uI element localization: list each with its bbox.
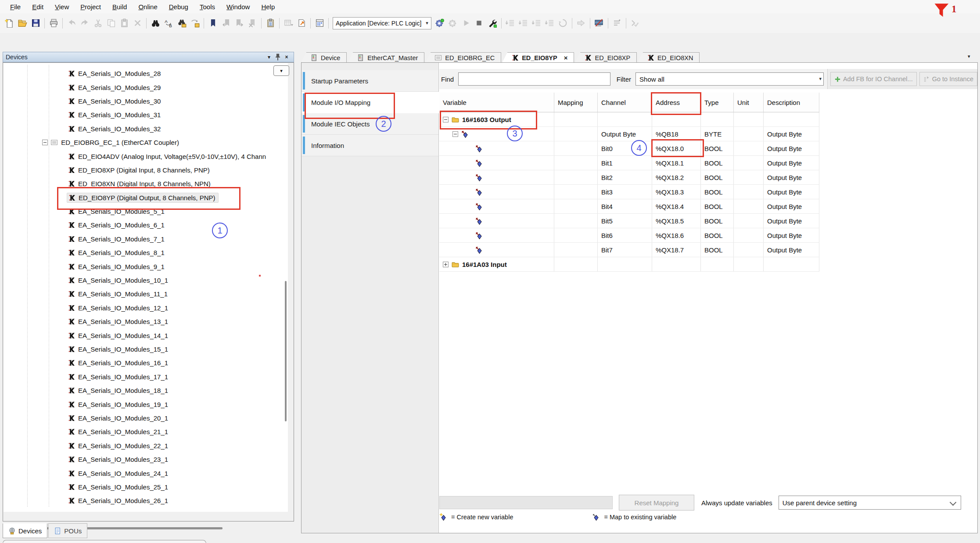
replace-in-project-icon[interactable] <box>188 17 201 30</box>
tree-dropdown-button[interactable]: ▾ <box>273 65 289 76</box>
new-file-icon[interactable] <box>3 17 16 30</box>
display-mode-icon[interactable] <box>592 17 606 30</box>
clear-bookmarks-icon[interactable] <box>246 17 259 30</box>
tree-item-ea-serials-io-modules-30[interactable]: EA_Serials_IO_Modules_30 <box>4 94 288 108</box>
tree-item-ea-serials-io-modules-10-1[interactable]: EA_Serials_IO_Modules_10_1 <box>4 273 288 287</box>
doc-tab-ed_eiobrg_ec[interactable]: ED_EIOBRG_EC <box>425 52 501 63</box>
print-icon[interactable] <box>47 17 60 30</box>
grid-row-bit7[interactable]: Bit7%QX18.7BOOLOutput Byte <box>439 243 819 257</box>
grid-row-bit5[interactable]: Bit5%QX18.5BOOLOutput Byte <box>439 214 819 228</box>
tree-item-ea-serials-io-modules-9-1[interactable]: EA_Serials_IO_Modules_9_1 <box>4 259 288 273</box>
paste-icon[interactable] <box>118 17 131 30</box>
menu-item-window[interactable]: Window <box>221 1 255 12</box>
logout-icon[interactable] <box>446 17 459 30</box>
cut-icon[interactable] <box>91 17 104 30</box>
copy-icon[interactable] <box>104 17 118 30</box>
tree-item-ed-eiobrg-ec-1[interactable]: ED_EIOBRG_EC_1 (EtherCAT Coupler) <box>4 136 288 149</box>
close-tab-icon[interactable]: × <box>564 54 568 61</box>
undo-icon[interactable] <box>65 17 78 30</box>
open-project-icon[interactable] <box>16 17 29 30</box>
tree-item-ea-serials-io-modules-26-1[interactable]: EA_Serials_IO_Modules_26_1 <box>4 494 288 507</box>
step-into-icon[interactable] <box>517 17 530 30</box>
goto-instance-button[interactable]: Go to Instance <box>919 72 977 86</box>
tree-item-ea-serials-io-modules-6-1[interactable]: EA_Serials_IO_Modules_6_1 <box>4 218 288 232</box>
menu-item-project[interactable]: Project <box>75 1 107 12</box>
column-header-channel[interactable]: Channel <box>598 93 652 112</box>
tree-item-ea-serials-io-modules-29[interactable]: EA_Serials_IO_Modules_29 <box>4 80 288 94</box>
menu-item-file[interactable]: File <box>4 1 26 12</box>
tree-item-ea-serials-io-modules-21-1[interactable]: EA_Serials_IO_Modules_21_1 <box>4 425 288 439</box>
step-out-icon[interactable] <box>530 17 543 30</box>
expand-icon[interactable] <box>443 262 449 267</box>
redo-icon[interactable] <box>78 17 91 30</box>
tree-item-ea-serials-io-modules-28[interactable]: EA_Serials_IO_Modules_28 <box>4 67 288 80</box>
tree-item-ea-serials-io-modules-22-1[interactable]: EA_Serials_IO_Modules_22_1 <box>4 439 288 453</box>
add-fb-button[interactable]: Add FB for IO Channel... <box>830 72 917 86</box>
tree-item-ea-serials-io-modules-15-1[interactable]: EA_Serials_IO_Modules_15_1 <box>4 342 288 356</box>
tree-item-ed-eio8xp[interactable]: ED_EIO8XP (Digital Input, 8 Channels, PN… <box>4 163 288 177</box>
delete-icon[interactable] <box>131 17 144 30</box>
find-in-project-icon[interactable] <box>175 17 188 30</box>
menu-item-help[interactable]: Help <box>255 1 280 12</box>
next-bookmark-icon[interactable] <box>233 17 246 30</box>
tree-item-ea-serials-io-modules-25-1[interactable]: EA_Serials_IO_Modules_25_1 <box>4 480 288 494</box>
grid-row-bit4[interactable]: Bit4%QX18.4BOOLOutput Byte <box>439 199 819 214</box>
build-icon[interactable] <box>313 17 326 30</box>
doc-tab-ed_eio8xp[interactable]: ED_EIO8XP <box>575 52 637 63</box>
update-mode-dropdown[interactable]: Use parent device setting <box>779 496 961 510</box>
grid-row-bit0[interactable]: Bit0%QX18.0BOOLOutput Byte <box>439 141 819 156</box>
start-icon[interactable] <box>459 17 473 30</box>
side-tab-startup-parameters[interactable]: Startup Parameters <box>302 70 438 92</box>
doc-tab-ed_eio8xn[interactable]: ED_EIO8XN <box>638 52 700 63</box>
grid-row-16-1a03-input[interactable]: 16#1A03 Input <box>439 257 819 272</box>
grid-row-bit1[interactable]: Bit1%QX18.1BOOLOutput Byte <box>439 156 819 170</box>
column-header-mapping[interactable]: Mapping <box>554 93 598 112</box>
column-header-type[interactable]: Type <box>701 93 734 112</box>
find-input[interactable] <box>458 72 610 86</box>
online-config-icon[interactable] <box>486 17 499 30</box>
tree-item-ea-serials-io-modules-17-1[interactable]: EA_Serials_IO_Modules_17_1 <box>4 370 288 384</box>
run-to-cursor-icon[interactable] <box>543 17 556 30</box>
tab-overflow-icon[interactable]: ▾ <box>968 54 976 59</box>
tree-item-ea-serials-io-modules-20-1[interactable]: EA_Serials_IO_Modules_20_1 <box>4 411 288 425</box>
tree-item-ea-serials-io-modules-13-1[interactable]: EA_Serials_IO_Modules_13_1 <box>4 315 288 328</box>
menu-item-tools[interactable]: Tools <box>194 1 221 12</box>
save-icon[interactable] <box>29 17 42 30</box>
column-header-variable[interactable]: Variable <box>439 93 554 112</box>
tree-item-ea-serials-io-modules-32[interactable]: EA_Serials_IO_Modules_32 <box>4 122 288 136</box>
commit-icon[interactable] <box>628 17 642 30</box>
grid-row-bit2[interactable]: Bit2%QX18.2BOOLOutput Byte <box>439 170 819 185</box>
stop-icon[interactable] <box>473 17 486 30</box>
reset-icon[interactable] <box>556 17 570 30</box>
bookmark-icon[interactable] <box>206 17 219 30</box>
doc-tab-ed_eio8yp[interactable]: ED_EIO8YP× <box>502 52 574 63</box>
doc-tab-device[interactable]: Device <box>301 52 347 63</box>
tree-item-ed-eio4adv[interactable]: ED_EIO4ADV (Analog Input, Voltage(±5V,0-… <box>4 149 288 163</box>
grid-row-bit6[interactable]: Bit6%QX18.6BOOLOutput Byte <box>439 228 819 243</box>
replace-icon[interactable]: AB <box>162 17 175 30</box>
watch-icon[interactable] <box>610 17 624 30</box>
tree-item-ea-serials-io-modules-11-1[interactable]: EA_Serials_IO_Modules_11_1 <box>4 287 288 301</box>
application-combo[interactable]: Application [Device: PLC Logic]▾ <box>333 17 431 29</box>
doc-tab-ethercat_master[interactable]: EtherCAT_Master <box>348 52 424 63</box>
collapse-icon[interactable] <box>452 131 458 137</box>
tree-item-ea-serials-io-modules-24-1[interactable]: EA_Serials_IO_Modules_24_1 <box>4 466 288 480</box>
grid-row-bit3[interactable]: Bit3%QX18.3BOOLOutput Byte <box>439 185 819 199</box>
menu-item-view[interactable]: View <box>49 1 75 12</box>
menu-item-debug[interactable]: Debug <box>163 1 194 12</box>
tree-item-ea-serials-io-modules-18-1[interactable]: EA_Serials_IO_Modules_18_1 <box>4 384 288 397</box>
filter-dropdown[interactable]: Show all ▾ <box>635 72 824 86</box>
panel-menu-icon[interactable]: ▾ <box>265 53 273 61</box>
menu-item-build[interactable]: Build <box>107 1 133 12</box>
library-manager-icon[interactable] <box>282 17 295 30</box>
tree-item-ea-serials-io-modules-23-1[interactable]: EA_Serials_IO_Modules_23_1 <box>4 453 288 466</box>
tree-item-ea-serials-io-modules-14-1[interactable]: EA_Serials_IO_Modules_14_1 <box>4 328 288 342</box>
tree-vertical-scrollbar[interactable] <box>285 281 287 421</box>
tree-item-ea-serials-io-modules-19-1[interactable]: EA_Serials_IO_Modules_19_1 <box>4 397 288 411</box>
tree-item-ea-serials-io-modules-12-1[interactable]: EA_Serials_IO_Modules_12_1 <box>4 301 288 315</box>
find-icon[interactable] <box>149 17 162 30</box>
tree-item-ea-serials-io-modules-7-1[interactable]: EA_Serials_IO_Modules_7_1 <box>4 232 288 246</box>
pin-icon[interactable] <box>273 53 282 61</box>
menu-item-online[interactable]: Online <box>133 1 163 12</box>
properties-icon[interactable] <box>264 17 277 30</box>
